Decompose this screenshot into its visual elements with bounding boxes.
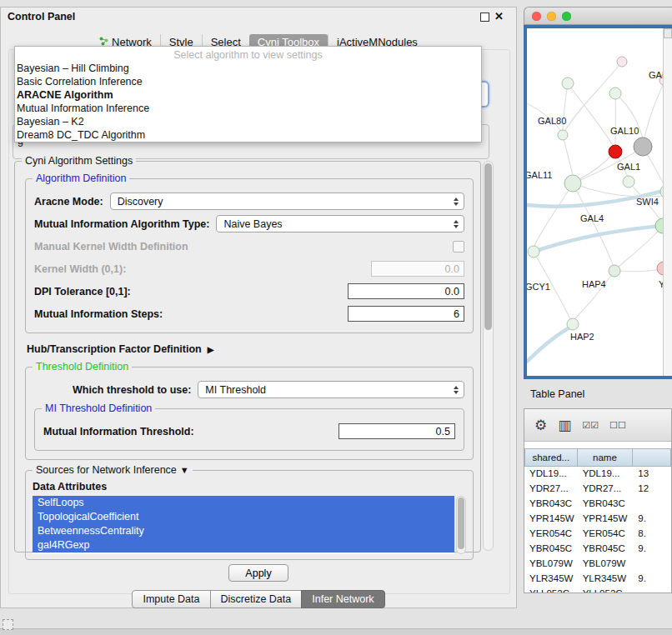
columns-icon[interactable]: ▥: [558, 418, 571, 432]
table-cell: 9.: [633, 512, 671, 527]
graph-node[interactable]: [609, 265, 620, 277]
table-cell: YLL052C: [578, 587, 634, 593]
manual-kernel-checkbox[interactable]: [453, 241, 464, 252]
table-cell: YDR27...: [578, 482, 634, 497]
dropdown-item[interactable]: Basic Correlation Inference: [15, 75, 481, 88]
attributes-scrollbar[interactable]: [456, 496, 466, 554]
which-threshold-select[interactable]: MI Threshold: [198, 381, 464, 398]
mi-threshold-value: 0.5: [436, 426, 450, 438]
settings-scrollbar[interactable]: [483, 161, 494, 551]
select-all-icon[interactable]: ☑☑: [582, 421, 599, 430]
graph-node[interactable]: [564, 175, 581, 192]
graph-edge-thick[interactable]: [527, 326, 573, 362]
mi-type-row: Mutual Information Algorithm Type: Naive…: [34, 213, 464, 234]
scrollbar-button[interactable]: [664, 28, 672, 38]
attribute-item[interactable]: gal4RGexp: [33, 538, 454, 552]
data-attributes-label: Data Attributes: [33, 481, 466, 492]
manual-kernel-label: Manual Kernel Width Definition: [34, 241, 188, 252]
desktop: Control Panel ✕ NetworkStyleSelectCyni T…: [0, 0, 672, 635]
network-scrollbar[interactable]: [663, 28, 672, 376]
graph-node[interactable]: [567, 318, 579, 330]
graph-node[interactable]: [634, 138, 652, 156]
which-threshold-value: MI Threshold: [205, 384, 266, 396]
dropdown-item[interactable]: Dream8 DC_TDC Algorithm: [15, 128, 481, 142]
mi-type-select[interactable]: Naive Bayes: [216, 215, 464, 232]
float-window-icon[interactable]: [480, 12, 489, 22]
column-header[interactable]: name: [578, 448, 634, 467]
column-header[interactable]: [633, 448, 671, 467]
graph-node[interactable]: [609, 88, 621, 99]
table-row[interactable]: YLL052CYLL052C: [524, 587, 671, 593]
manual-kernel-row: Manual Kernel Width Definition: [34, 236, 464, 257]
table-row[interactable]: YBR045CYBR045C9.: [524, 542, 671, 557]
graph-edge[interactable]: [534, 183, 573, 246]
graph-node[interactable]: [609, 145, 622, 158]
close-traffic-light[interactable]: [532, 12, 541, 21]
attribute-item[interactable]: TopologicalCoefficient: [33, 510, 454, 524]
graph-node[interactable]: [558, 130, 568, 140]
column-header[interactable]: shared...: [524, 448, 578, 467]
table-row[interactable]: YPR145WYPR145W9.: [524, 512, 671, 527]
mi-threshold-input[interactable]: 0.5: [339, 423, 455, 439]
table-cell: YBR045C: [524, 542, 578, 557]
network-graph: GALGAL80GAL10GAL11GAL1SWI4GAL4GCY1HAP4YH…: [527, 28, 672, 376]
bottom-tab-impute-data[interactable]: Impute Data: [132, 590, 210, 608]
graph-node-label: GAL1: [617, 162, 640, 172]
kernel-width-label: Kernel Width (0,1):: [34, 263, 126, 275]
apply-button[interactable]: Apply: [228, 564, 288, 582]
cyni-settings-title: Cyni Algorithm Settings: [22, 155, 136, 167]
mi-steps-input[interactable]: 6: [348, 306, 464, 322]
dropdown-item[interactable]: ARACNE Algorithm: [15, 88, 481, 102]
dropdown-item[interactable]: Bayesian – Hill Climbing: [15, 62, 481, 75]
mi-steps-label: Mutual Information Steps:: [34, 308, 163, 320]
close-icon[interactable]: ✕: [494, 10, 504, 22]
table-row[interactable]: YBL079WYBL079W: [524, 557, 671, 572]
aracne-mode-select[interactable]: Discovery: [110, 192, 464, 210]
dropdown-item[interactable]: Mutual Information Inference: [15, 102, 481, 115]
graph-edge[interactable]: [563, 135, 573, 175]
graph-edge[interactable]: [573, 183, 672, 197]
graph-node[interactable]: [623, 176, 634, 188]
graph-node-label: GAL80: [538, 116, 566, 126]
dpi-tolerance-row: DPI Tolerance [0,1]: 0.0: [34, 281, 464, 302]
table-row[interactable]: YDR27...YDR27...12: [524, 482, 671, 497]
dpi-tolerance-value: 0.0: [445, 286, 459, 298]
bottom-tab-discretize-data[interactable]: Discretize Data: [210, 590, 303, 608]
attributes-listbox[interactable]: SelfLoopsTopologicalCoefficientBetweenne…: [33, 496, 466, 554]
graph-node[interactable]: [528, 246, 539, 258]
clear-selection-icon[interactable]: ☐☐: [609, 421, 626, 430]
minimize-traffic-light[interactable]: [547, 12, 556, 21]
table-row[interactable]: YLR345WYLR345W9.: [524, 572, 671, 587]
network-canvas[interactable]: GALGAL80GAL10GAL11GAL1SWI4GAL4GCY1HAP4YH…: [527, 28, 672, 376]
graph-node[interactable]: [562, 78, 574, 89]
attribute-item[interactable]: SelfLoops: [33, 496, 454, 510]
gear-icon[interactable]: ⚙: [534, 418, 547, 432]
sources-title[interactable]: Sources for Network Inference▼: [33, 464, 193, 476]
graph-edge[interactable]: [573, 183, 613, 265]
graph-edge[interactable]: [619, 226, 663, 267]
table-toolbar: ⚙ ▥ ☑☑ ☐☐: [524, 409, 671, 442]
graph-edge[interactable]: [568, 83, 613, 146]
algorithm-dropdown-popup: Select algorithm to view settings Bayesi…: [14, 46, 482, 142]
scrollbar-thumb[interactable]: [484, 163, 492, 330]
dropdown-item[interactable]: Bayesian – K2: [15, 115, 481, 128]
graph-node[interactable]: [617, 57, 627, 67]
mi-threshold-group: MI Threshold Definition Mutual Informati…: [34, 408, 464, 451]
scrollbar-thumb[interactable]: [458, 498, 464, 549]
network-window-titlebar[interactable]: [524, 7, 672, 25]
graph-edge[interactable]: [574, 271, 614, 319]
dpi-tolerance-input[interactable]: 0.0: [348, 283, 464, 299]
attribute-item[interactable]: BetweennessCentrality: [33, 524, 454, 538]
combo-arrows-icon: [449, 198, 459, 206]
table-row[interactable]: YBR043CYBR043C: [524, 497, 671, 512]
table-row[interactable]: YER054CYER054C8.: [524, 527, 671, 542]
hub-definition-toggle[interactable]: Hub/Transcription Factor Definition ▶: [27, 343, 474, 355]
control-panel-titlebar[interactable]: Control Panel ✕: [1, 8, 516, 26]
table-cell: YBL079W: [524, 557, 578, 572]
aracne-mode-label: Aracne Mode:: [34, 196, 103, 208]
table-cell: [633, 497, 671, 512]
table-row[interactable]: YDL19...YDL19...13: [524, 467, 671, 482]
zoom-traffic-light[interactable]: [562, 12, 571, 21]
bottom-tab-infer-network[interactable]: Infer Network: [301, 590, 384, 608]
collapse-icon: ▼: [180, 465, 189, 475]
